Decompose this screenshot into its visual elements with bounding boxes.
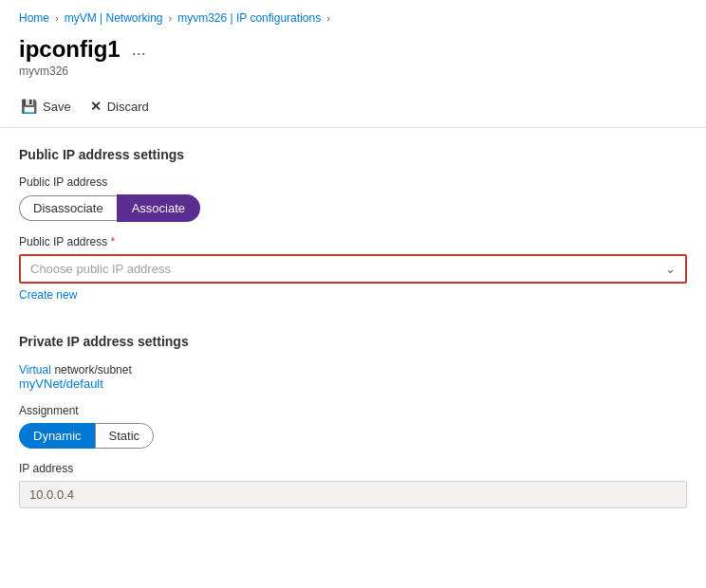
public-ip-section: Public IP address settings Public IP add… <box>19 147 687 321</box>
dynamic-button[interactable]: Dynamic <box>19 423 95 449</box>
vnet-field: Virtual network/subnet myVNet/default <box>19 362 687 391</box>
network-subnet-text: network/subnet <box>54 363 131 377</box>
save-button[interactable]: 💾 Save <box>19 95 73 118</box>
toolbar: 💾 Save ✕ Discard <box>0 85 706 128</box>
vnet-link[interactable]: myVNet/default <box>19 377 687 391</box>
public-ip-toggle-field: Public IP address Disassociate Associate <box>19 175 687 222</box>
breadcrumb: Home › myVM | Networking › myvm326 | IP … <box>0 0 706 32</box>
assignment-toggle-group: Dynamic Static <box>19 423 687 449</box>
assignment-field: Assignment Dynamic Static <box>19 404 687 449</box>
private-ip-section: Private IP address settings Virtual netw… <box>19 334 687 508</box>
private-ip-section-title: Private IP address settings <box>19 334 687 349</box>
ip-address-input[interactable] <box>19 481 687 508</box>
public-ip-dropdown-field: Public IP address Choose public IP addre… <box>19 235 687 321</box>
page-title: ipconfig1 <box>19 36 121 63</box>
save-label: Save <box>43 100 71 114</box>
public-ip-placeholder: Choose public IP address <box>30 262 171 276</box>
chevron-down-icon: ⌄ <box>665 262 676 276</box>
vnet-label-container: Virtual network/subnet <box>19 362 687 377</box>
discard-button[interactable]: ✕ Discard <box>88 95 151 118</box>
ip-address-label: IP address <box>19 462 687 475</box>
virtual-text: Virtual <box>19 363 51 377</box>
discard-icon: ✕ <box>90 99 102 114</box>
breadcrumb-chevron-3: › <box>326 12 330 24</box>
breadcrumb-chevron-1: › <box>55 12 59 24</box>
ellipsis-button[interactable]: ... <box>128 40 150 60</box>
public-ip-toggle-group: Disassociate Associate <box>19 194 687 222</box>
create-new-link[interactable]: Create new <box>19 288 77 302</box>
breadcrumb-networking[interactable]: myVM | Networking <box>65 11 163 25</box>
static-button[interactable]: Static <box>95 423 155 449</box>
assignment-label: Assignment <box>19 404 687 417</box>
breadcrumb-home[interactable]: Home <box>19 11 49 25</box>
public-ip-field-label: Public IP address <box>19 175 687 189</box>
ip-address-field: IP address <box>19 462 687 508</box>
public-ip-dropdown[interactable]: Choose public IP address ⌄ <box>19 254 687 284</box>
public-ip-section-title: Public IP address settings <box>19 147 687 162</box>
breadcrumb-ip-configurations[interactable]: myvm326 | IP configurations <box>177 11 321 25</box>
save-icon: 💾 <box>21 99 37 114</box>
breadcrumb-chevron-2: › <box>169 12 173 24</box>
main-content: Public IP address settings Public IP add… <box>0 128 706 541</box>
page-header: ipconfig1 ... myvm326 <box>0 32 706 82</box>
associate-button[interactable]: Associate <box>117 194 200 222</box>
public-ip-dropdown-label: Public IP address <box>19 235 687 248</box>
page-subtitle: myvm326 <box>19 64 687 78</box>
discard-label: Discard <box>107 100 149 114</box>
disassociate-button[interactable]: Disassociate <box>19 195 117 221</box>
